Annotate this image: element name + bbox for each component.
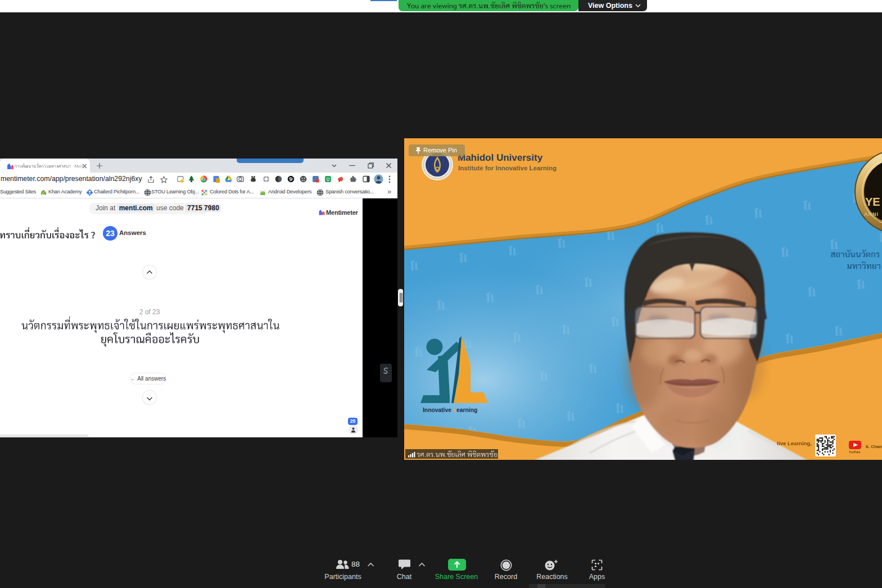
svg-text:ANNI: ANNI (864, 211, 879, 217)
svg-text:Mahidol University: Mahidol University (458, 152, 543, 163)
svg-text:Institute for Innovative Lear: Institute for Innovative Learning (458, 165, 557, 171)
svg-text:IL Chan: IL Chan (866, 444, 882, 449)
svg-text:YouTube: YouTube (849, 450, 861, 454)
svg-text:Remove Pin: Remove Pin (423, 147, 457, 153)
svg-text:tive Learning,: tive Learning, (777, 440, 812, 446)
svg-text:Innovative Learning: Innovative Learning (423, 407, 477, 413)
svg-text:YE: YE (865, 196, 880, 208)
